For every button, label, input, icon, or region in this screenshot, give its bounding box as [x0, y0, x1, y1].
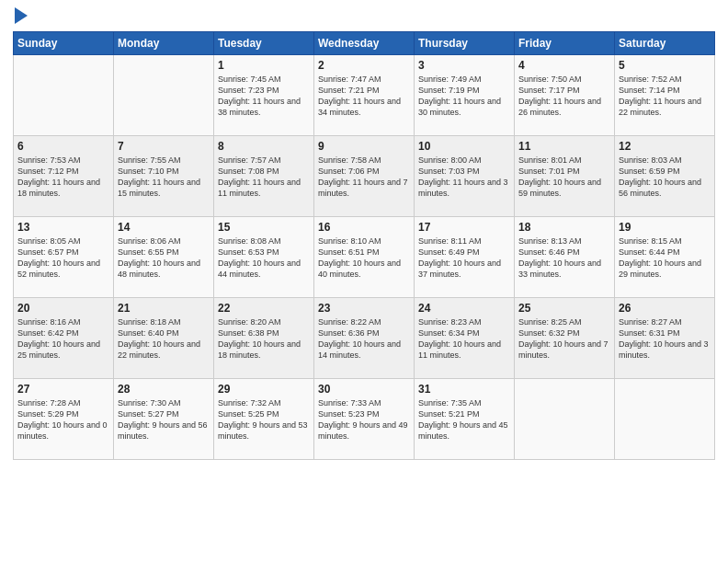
cell-details: Sunrise: 7:58 AMSunset: 7:06 PMDaylight:…: [318, 155, 410, 200]
day-number: 8: [218, 140, 310, 153]
cell-details: Sunrise: 8:27 AMSunset: 6:31 PMDaylight:…: [619, 316, 711, 362]
cell-2-3: 16Sunrise: 8:10 AMSunset: 6:51 PMDayligh…: [314, 217, 415, 298]
week-row-4: 27Sunrise: 7:28 AMSunset: 5:29 PMDayligh…: [14, 379, 715, 460]
cell-1-0: 6Sunrise: 7:53 AMSunset: 7:12 PMDaylight…: [14, 136, 114, 217]
cell-3-5: 25Sunrise: 8:25 AMSunset: 6:32 PMDayligh…: [515, 298, 615, 379]
cell-2-2: 15Sunrise: 8:08 AMSunset: 6:53 PMDayligh…: [214, 217, 314, 298]
day-number: 22: [218, 302, 310, 315]
cell-details: Sunrise: 7:47 AMSunset: 7:21 PMDaylight:…: [318, 74, 410, 119]
page: SundayMondayTuesdayWednesdayThursdayFrid…: [0, 0, 728, 563]
cell-4-4: 31Sunrise: 7:35 AMSunset: 5:21 PMDayligh…: [415, 379, 515, 460]
day-number: 10: [418, 140, 510, 153]
cell-0-2: 1Sunrise: 7:45 AMSunset: 7:23 PMDaylight…: [214, 55, 314, 136]
cell-details: Sunrise: 8:01 AMSunset: 7:01 PMDaylight:…: [518, 155, 610, 200]
day-number: 13: [17, 221, 109, 234]
cell-details: Sunrise: 8:18 AMSunset: 6:40 PMDaylight:…: [118, 316, 210, 362]
cell-2-5: 18Sunrise: 8:13 AMSunset: 6:46 PMDayligh…: [515, 217, 615, 298]
cell-3-4: 24Sunrise: 8:23 AMSunset: 6:34 PMDayligh…: [415, 298, 515, 379]
logo-text: [13, 9, 28, 24]
cell-details: Sunrise: 7:52 AMSunset: 7:14 PMDaylight:…: [619, 74, 711, 119]
day-number: 11: [518, 140, 610, 153]
cell-4-1: 28Sunrise: 7:30 AMSunset: 5:27 PMDayligh…: [114, 379, 214, 460]
week-row-0: 1Sunrise: 7:45 AMSunset: 7:23 PMDaylight…: [14, 55, 715, 136]
cell-details: Sunrise: 8:22 AMSunset: 6:36 PMDaylight:…: [318, 316, 410, 362]
cell-details: Sunrise: 7:57 AMSunset: 7:08 PMDaylight:…: [218, 155, 310, 200]
cell-details: Sunrise: 8:23 AMSunset: 6:34 PMDaylight:…: [418, 316, 510, 362]
week-row-3: 20Sunrise: 8:16 AMSunset: 6:42 PMDayligh…: [14, 298, 715, 379]
day-number: 5: [619, 59, 711, 72]
day-number: 15: [218, 221, 310, 234]
cell-0-4: 3Sunrise: 7:49 AMSunset: 7:19 PMDaylight…: [415, 55, 515, 136]
cell-details: Sunrise: 7:33 AMSunset: 5:23 PMDaylight:…: [318, 397, 410, 442]
cell-details: Sunrise: 7:50 AMSunset: 7:17 PMDaylight:…: [518, 74, 610, 119]
cell-3-6: 26Sunrise: 8:27 AMSunset: 6:31 PMDayligh…: [615, 298, 715, 379]
day-number: 14: [118, 221, 210, 234]
cell-details: Sunrise: 8:20 AMSunset: 6:38 PMDaylight:…: [218, 316, 310, 362]
cell-details: Sunrise: 8:06 AMSunset: 6:55 PMDaylight:…: [118, 236, 210, 281]
cell-0-3: 2Sunrise: 7:47 AMSunset: 7:21 PMDaylight…: [314, 55, 415, 136]
day-number: 4: [518, 59, 610, 72]
cell-details: Sunrise: 8:25 AMSunset: 6:32 PMDaylight:…: [518, 316, 610, 362]
cell-0-1: [114, 55, 214, 136]
cell-4-6: [615, 379, 715, 460]
cell-details: Sunrise: 8:15 AMSunset: 6:44 PMDaylight:…: [619, 236, 711, 281]
cell-4-5: [515, 379, 615, 460]
day-number: 6: [17, 140, 109, 153]
cell-3-0: 20Sunrise: 8:16 AMSunset: 6:42 PMDayligh…: [14, 298, 114, 379]
day-number: 1: [218, 59, 310, 72]
header: [13, 9, 715, 24]
col-header-wednesday: Wednesday: [314, 32, 415, 55]
cell-details: Sunrise: 7:32 AMSunset: 5:25 PMDaylight:…: [218, 397, 310, 442]
day-number: 12: [619, 140, 711, 153]
cell-1-5: 11Sunrise: 8:01 AMSunset: 7:01 PMDayligh…: [515, 136, 615, 217]
cell-0-6: 5Sunrise: 7:52 AMSunset: 7:14 PMDaylight…: [615, 55, 715, 136]
cell-details: Sunrise: 8:16 AMSunset: 6:42 PMDaylight:…: [17, 316, 109, 362]
cell-details: Sunrise: 7:45 AMSunset: 7:23 PMDaylight:…: [218, 74, 310, 119]
col-header-thursday: Thursday: [415, 32, 515, 55]
day-number: 31: [418, 383, 510, 396]
cell-details: Sunrise: 7:28 AMSunset: 5:29 PMDaylight:…: [17, 397, 109, 442]
col-header-monday: Monday: [114, 32, 214, 55]
header-row: SundayMondayTuesdayWednesdayThursdayFrid…: [14, 32, 715, 55]
day-number: 28: [118, 383, 210, 396]
day-number: 20: [17, 302, 109, 315]
cell-details: Sunrise: 8:10 AMSunset: 6:51 PMDaylight:…: [318, 236, 410, 281]
cell-details: Sunrise: 8:00 AMSunset: 7:03 PMDaylight:…: [418, 155, 510, 200]
cell-details: Sunrise: 8:05 AMSunset: 6:57 PMDaylight:…: [17, 236, 109, 281]
cell-2-1: 14Sunrise: 8:06 AMSunset: 6:55 PMDayligh…: [114, 217, 214, 298]
cell-1-3: 9Sunrise: 7:58 AMSunset: 7:06 PMDaylight…: [314, 136, 415, 217]
cell-details: Sunrise: 8:13 AMSunset: 6:46 PMDaylight:…: [518, 236, 610, 281]
cell-1-2: 8Sunrise: 7:57 AMSunset: 7:08 PMDaylight…: [214, 136, 314, 217]
day-number: 7: [118, 140, 210, 153]
col-header-friday: Friday: [515, 32, 615, 55]
cell-2-6: 19Sunrise: 8:15 AMSunset: 6:44 PMDayligh…: [615, 217, 715, 298]
day-number: 19: [619, 221, 711, 234]
logo: [13, 9, 28, 24]
cell-details: Sunrise: 7:30 AMSunset: 5:27 PMDaylight:…: [118, 397, 210, 442]
cell-2-0: 13Sunrise: 8:05 AMSunset: 6:57 PMDayligh…: [14, 217, 114, 298]
day-number: 23: [318, 302, 410, 315]
cell-4-2: 29Sunrise: 7:32 AMSunset: 5:25 PMDayligh…: [214, 379, 314, 460]
calendar-table: SundayMondayTuesdayWednesdayThursdayFrid…: [13, 31, 715, 460]
col-header-sunday: Sunday: [14, 32, 114, 55]
cell-details: Sunrise: 7:55 AMSunset: 7:10 PMDaylight:…: [118, 155, 210, 200]
day-number: 25: [518, 302, 610, 315]
cell-2-4: 17Sunrise: 8:11 AMSunset: 6:49 PMDayligh…: [415, 217, 515, 298]
day-number: 17: [418, 221, 510, 234]
day-number: 16: [318, 221, 410, 234]
day-number: 2: [318, 59, 410, 72]
cell-details: Sunrise: 7:35 AMSunset: 5:21 PMDaylight:…: [418, 397, 510, 442]
cell-3-2: 22Sunrise: 8:20 AMSunset: 6:38 PMDayligh…: [214, 298, 314, 379]
day-number: 21: [118, 302, 210, 315]
cell-0-5: 4Sunrise: 7:50 AMSunset: 7:17 PMDaylight…: [515, 55, 615, 136]
week-row-2: 13Sunrise: 8:05 AMSunset: 6:57 PMDayligh…: [14, 217, 715, 298]
cell-4-0: 27Sunrise: 7:28 AMSunset: 5:29 PMDayligh…: [14, 379, 114, 460]
cell-details: Sunrise: 8:11 AMSunset: 6:49 PMDaylight:…: [418, 236, 510, 281]
day-number: 30: [318, 383, 410, 396]
cell-details: Sunrise: 7:53 AMSunset: 7:12 PMDaylight:…: [17, 155, 109, 200]
day-number: 9: [318, 140, 410, 153]
day-number: 27: [17, 383, 109, 396]
day-number: 18: [518, 221, 610, 234]
col-header-tuesday: Tuesday: [214, 32, 314, 55]
logo-arrow-icon: [15, 7, 28, 24]
